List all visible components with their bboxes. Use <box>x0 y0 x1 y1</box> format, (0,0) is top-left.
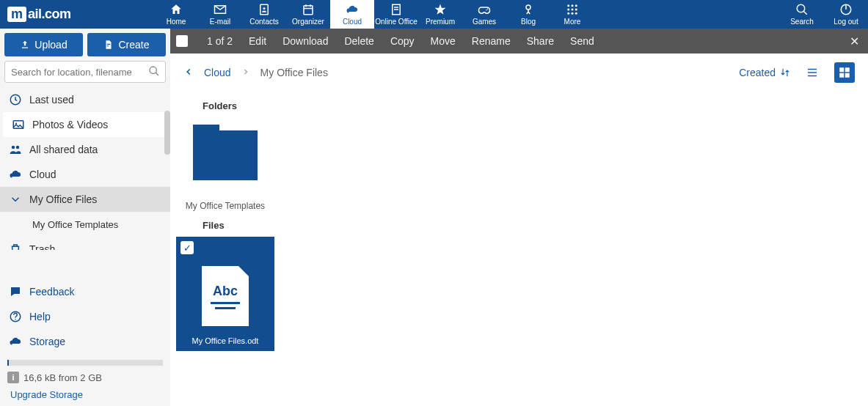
nav-search[interactable]: Search <box>780 0 824 29</box>
create-icon <box>103 40 114 50</box>
cloud-icon <box>9 335 22 348</box>
svg-point-17 <box>575 9 577 11</box>
link-feedback[interactable]: Feedback <box>0 279 170 304</box>
nav-label: Contacts <box>249 18 278 26</box>
link-help[interactable]: Help <box>0 304 170 329</box>
sidebar-item-label: All shared data <box>29 144 98 155</box>
nav-contacts[interactable]: Contacts <box>242 0 286 29</box>
cloud-icon <box>346 3 359 16</box>
action-move[interactable]: Move <box>431 35 456 47</box>
list-view-button[interactable] <box>802 62 823 83</box>
people-icon <box>9 143 22 156</box>
breadcrumb-root[interactable]: Cloud <box>204 67 231 78</box>
action-rename[interactable]: Rename <box>472 35 511 47</box>
nav-label: More <box>564 18 581 26</box>
games-icon <box>478 3 491 16</box>
sort-label: Created <box>739 67 776 78</box>
nav-blog[interactable]: Blog <box>506 0 550 29</box>
logo[interactable]: m ail.com <box>0 7 154 22</box>
more-icon <box>566 3 579 16</box>
close-icon[interactable]: ✕ <box>850 34 859 48</box>
file-name: My Office Files.odt <box>192 336 259 345</box>
svg-rect-40 <box>845 73 850 78</box>
svg-point-25 <box>150 67 156 73</box>
action-bar: 1 of 2 EditDownloadDeleteCopyMoveRenameS… <box>170 29 868 53</box>
search-icon <box>795 3 809 16</box>
action-download[interactable]: Download <box>282 35 328 47</box>
grid-view-button[interactable] <box>834 62 855 83</box>
nav-label: Cloud <box>343 18 362 26</box>
nav-label: Log out <box>834 18 858 26</box>
sidebar-item-label: Cloud <box>29 169 56 180</box>
photo-icon <box>12 118 25 131</box>
action-send[interactable]: Send <box>570 35 594 47</box>
select-all-checkbox[interactable] <box>176 35 188 47</box>
info-icon[interactable]: i <box>7 372 19 383</box>
sidebar-item-trash[interactable]: Trash <box>0 237 170 250</box>
upload-label: Upload <box>34 39 67 51</box>
folder-tile[interactable]: My Office Templates <box>176 117 274 211</box>
sidebar-item-label: Trash <box>29 243 55 250</box>
svg-line-22 <box>803 11 807 15</box>
main-content: Cloud My Office Files Created Folders My… <box>170 53 868 406</box>
svg-point-30 <box>12 146 15 150</box>
file-tile[interactable]: ✓AbcMy Office Files.odt <box>176 237 274 351</box>
sidebar-item-cloud[interactable]: Cloud <box>0 162 170 187</box>
nav-e-mail[interactable]: E-mail <box>198 0 242 29</box>
sidebar-item-all-shared-data[interactable]: All shared data <box>0 137 170 162</box>
create-label: Create <box>118 39 149 51</box>
sidebar-item-my-office-templates[interactable]: My Office Templates <box>0 212 170 237</box>
storage-bar <box>7 360 163 366</box>
action-copy[interactable]: Copy <box>390 35 415 47</box>
action-share[interactable]: Share <box>527 35 554 47</box>
nav-label: E-mail <box>210 18 230 26</box>
sort-button[interactable]: Created <box>739 67 790 78</box>
premium-icon <box>434 3 447 16</box>
nav-online-office[interactable]: Online Office <box>374 0 418 29</box>
nav-right: SearchLog out <box>780 0 868 29</box>
contacts-icon <box>258 3 271 16</box>
chev-icon <box>9 193 22 206</box>
link-storage[interactable]: Storage <box>0 329 170 354</box>
svg-point-18 <box>567 12 569 15</box>
upgrade-storage-link[interactable]: Upgrade Storage <box>0 383 170 406</box>
svg-rect-38 <box>845 67 850 72</box>
sidebar-item-last-used[interactable]: Last used <box>0 87 170 112</box>
upload-button[interactable]: Upload <box>4 33 83 56</box>
nav-more[interactable]: More <box>550 0 594 29</box>
nav-items: HomeE-mailContactsOrganizerCloudOnline O… <box>154 0 594 29</box>
chevron-right-icon <box>241 67 250 78</box>
search-input[interactable] <box>4 61 166 83</box>
sidebar-item-my-office-files[interactable]: My Office Files <box>0 187 170 212</box>
svg-point-16 <box>572 9 574 11</box>
scrollbar[interactable] <box>164 111 170 155</box>
create-button[interactable]: Create <box>87 33 166 56</box>
files-heading: Files <box>170 211 868 237</box>
back-button[interactable] <box>183 67 194 79</box>
nav-label: Online Office <box>375 18 417 26</box>
sidebar-item-photos-&-videos[interactable]: Photos & Videos <box>3 112 167 137</box>
nav-organizer[interactable]: Organizer <box>286 0 330 29</box>
breadcrumb-current: My Office Files <box>260 67 328 78</box>
nav-games[interactable]: Games <box>462 0 506 29</box>
svg-point-15 <box>567 9 569 11</box>
nav-label: Games <box>473 18 496 26</box>
organizer-icon <box>302 3 315 16</box>
action-edit[interactable]: Edit <box>249 35 266 47</box>
action-delete[interactable]: Delete <box>344 35 373 47</box>
nav-home[interactable]: Home <box>154 0 198 29</box>
svg-point-9 <box>486 10 487 11</box>
svg-rect-39 <box>839 73 844 78</box>
grid-icon <box>838 66 851 79</box>
sort-icon <box>780 67 790 78</box>
e-mail-icon <box>214 3 227 16</box>
storage-text: 16,6 kB from 2 GB <box>23 372 102 383</box>
nav-cloud[interactable]: Cloud <box>330 0 374 29</box>
file-checkbox[interactable]: ✓ <box>180 241 194 254</box>
chat-icon <box>9 285 22 298</box>
nav-premium[interactable]: Premium <box>418 0 462 29</box>
svg-point-21 <box>797 4 805 12</box>
nav-label: Home <box>167 18 186 26</box>
nav-log-out[interactable]: Log out <box>824 0 868 29</box>
search-icon[interactable] <box>148 65 160 80</box>
